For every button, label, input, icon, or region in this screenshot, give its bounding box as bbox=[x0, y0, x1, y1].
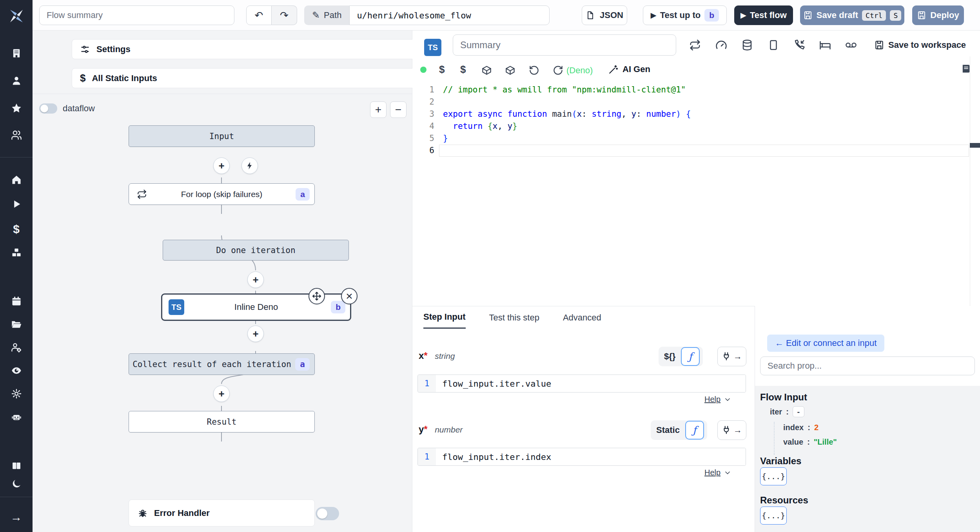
tab-advanced[interactable]: Advanced bbox=[563, 313, 601, 328]
variables-dollar-icon[interactable]: $ bbox=[0, 223, 33, 236]
undo-button[interactable]: ↶ bbox=[246, 5, 272, 25]
save-to-workspace-button[interactable]: Save to workspace bbox=[874, 40, 966, 50]
reload-runtime-button[interactable]: (Deno) bbox=[553, 65, 593, 76]
collapse-toggle[interactable]: - bbox=[793, 406, 804, 417]
gauge-icon[interactable] bbox=[715, 39, 727, 51]
json-button[interactable]: JSON bbox=[582, 5, 627, 25]
save-to-workspace-label: Save to workspace bbox=[888, 40, 966, 50]
node-result[interactable]: Result bbox=[129, 411, 315, 432]
users-icon[interactable] bbox=[0, 130, 33, 141]
mobile-rect-icon[interactable] bbox=[768, 39, 779, 51]
test-up-to-label: Test up to bbox=[660, 10, 701, 20]
home-icon[interactable] bbox=[0, 174, 33, 185]
tab-test-this-step[interactable]: Test this step bbox=[489, 313, 539, 328]
package-icon[interactable] bbox=[481, 65, 492, 76]
mode-function-button[interactable]: ƒ bbox=[681, 347, 700, 366]
env-dollar-icon[interactable]: $ bbox=[439, 63, 445, 76]
field-type: number bbox=[435, 425, 463, 434]
expression-code[interactable]: flow_input.iter.value bbox=[436, 375, 746, 392]
add-step-button[interactable]: + bbox=[247, 271, 264, 288]
mode-static-button[interactable]: Static bbox=[654, 425, 682, 435]
step-summary-input[interactable] bbox=[453, 34, 676, 56]
rotate-ccw-icon[interactable] bbox=[529, 65, 539, 76]
tree-colon: : bbox=[808, 423, 810, 432]
groups-users-cog-icon[interactable] bbox=[0, 342, 33, 353]
env-dollar-icon[interactable]: $ bbox=[460, 63, 466, 76]
field-y-label: y* number bbox=[419, 424, 463, 435]
prop-search-input[interactable] bbox=[760, 356, 975, 375]
star-icon[interactable] bbox=[0, 103, 33, 114]
arrow-right-icon: → bbox=[733, 351, 742, 362]
field-x-help-link[interactable]: Help bbox=[704, 395, 731, 404]
field-y-help-link[interactable]: Help bbox=[704, 468, 731, 477]
variables-expand-button[interactable]: {...} bbox=[760, 467, 787, 485]
add-step-button[interactable]: + bbox=[213, 157, 230, 174]
mode-template-button[interactable]: ${} bbox=[662, 351, 678, 362]
test-flow-button[interactable]: ▶ Test flow bbox=[734, 5, 793, 25]
mode-function-button[interactable]: ƒ bbox=[685, 421, 704, 440]
folders-icon[interactable] bbox=[0, 319, 33, 330]
tree-row-value[interactable]: value : "Lille" bbox=[783, 438, 837, 447]
add-step-button[interactable]: + bbox=[213, 385, 230, 402]
settings-card[interactable]: Settings bbox=[72, 39, 437, 59]
database-icon[interactable] bbox=[741, 39, 753, 51]
bed-icon[interactable] bbox=[819, 39, 831, 51]
field-y-connect-button[interactable]: → bbox=[717, 420, 746, 440]
voicemail-icon[interactable] bbox=[845, 39, 857, 51]
loop-repeat-icon[interactable] bbox=[689, 39, 701, 51]
settings-gear-icon[interactable] bbox=[0, 388, 33, 399]
move-step-handle[interactable] bbox=[309, 288, 325, 304]
ai-gen-button[interactable]: AI Gen bbox=[608, 64, 650, 74]
path-button[interactable]: ✎ Path bbox=[304, 5, 349, 25]
node-do-one-iteration[interactable]: Do one iteration bbox=[163, 240, 349, 261]
expand-arrow-right-icon[interactable]: → bbox=[0, 510, 33, 524]
audit-eye-icon[interactable] bbox=[0, 365, 33, 376]
docs-book-icon[interactable] bbox=[0, 460, 33, 471]
node-collect-result[interactable]: Collect result of each iteration a bbox=[129, 353, 315, 375]
overview-ruler-marker[interactable] bbox=[970, 143, 980, 148]
error-handler-card[interactable]: Error Handler bbox=[129, 499, 315, 527]
field-x-expression-editor[interactable]: 1 flow_input.iter.value bbox=[417, 375, 746, 393]
trigger-bolt-button[interactable] bbox=[241, 157, 258, 174]
tree-key: iter bbox=[770, 407, 782, 416]
all-static-inputs-card[interactable]: $ All Static Inputs bbox=[72, 68, 437, 88]
save-draft-button[interactable]: Save draft Ctrl S bbox=[800, 5, 904, 25]
delete-step-button[interactable]: × bbox=[341, 288, 358, 304]
path-input[interactable] bbox=[349, 5, 550, 25]
runs-play-icon[interactable] bbox=[0, 199, 33, 210]
field-type: string bbox=[435, 351, 455, 360]
add-step-button[interactable]: + bbox=[247, 326, 264, 342]
field-x-connect-button[interactable]: → bbox=[717, 347, 746, 366]
tree-row-index[interactable]: index : 2 bbox=[783, 423, 818, 432]
node-label: Result bbox=[207, 417, 237, 427]
settings-label: Settings bbox=[96, 44, 131, 54]
edit-or-connect-label: ← Edit or connect an input bbox=[775, 338, 877, 348]
node-badge-b: b bbox=[331, 301, 345, 313]
tree-row-iter[interactable]: iter : - bbox=[770, 406, 804, 417]
field-y-expression-editor[interactable]: 1 flow_input.iter.index bbox=[417, 448, 746, 466]
required-asterisk: * bbox=[424, 350, 427, 361]
node-input[interactable]: Input bbox=[129, 125, 315, 147]
tab-step-input[interactable]: Step Input bbox=[423, 312, 466, 329]
expression-code[interactable]: flow_input.iter.index bbox=[436, 448, 746, 465]
package-icon[interactable] bbox=[505, 65, 515, 76]
tree-colon: : bbox=[807, 438, 810, 447]
phone-incoming-icon[interactable] bbox=[793, 39, 805, 51]
test-up-to-button[interactable]: ▶ Test up to b bbox=[643, 5, 727, 25]
workers-bot-icon[interactable] bbox=[0, 411, 33, 422]
dark-mode-moon-icon[interactable] bbox=[0, 478, 33, 489]
redo-button[interactable]: ↷ bbox=[272, 5, 297, 25]
windmill-logo[interactable] bbox=[0, 0, 33, 31]
user-icon[interactable] bbox=[0, 75, 33, 86]
edit-or-connect-pill[interactable]: ← Edit or connect an input bbox=[767, 335, 884, 352]
node-forloop[interactable]: For loop (skip failures) a bbox=[129, 183, 315, 205]
resources-expand-button[interactable]: {...} bbox=[760, 507, 787, 525]
workspace-building-icon[interactable] bbox=[0, 48, 33, 59]
error-handler-toggle[interactable] bbox=[316, 507, 339, 520]
resources-boxes-icon[interactable] bbox=[0, 247, 33, 258]
help-label: Help bbox=[704, 468, 720, 477]
flow-summary-input[interactable] bbox=[39, 5, 234, 25]
schedules-calendar-icon[interactable] bbox=[0, 296, 33, 307]
deploy-button[interactable]: Deploy bbox=[912, 5, 964, 25]
runtime-label: (Deno) bbox=[566, 65, 593, 76]
